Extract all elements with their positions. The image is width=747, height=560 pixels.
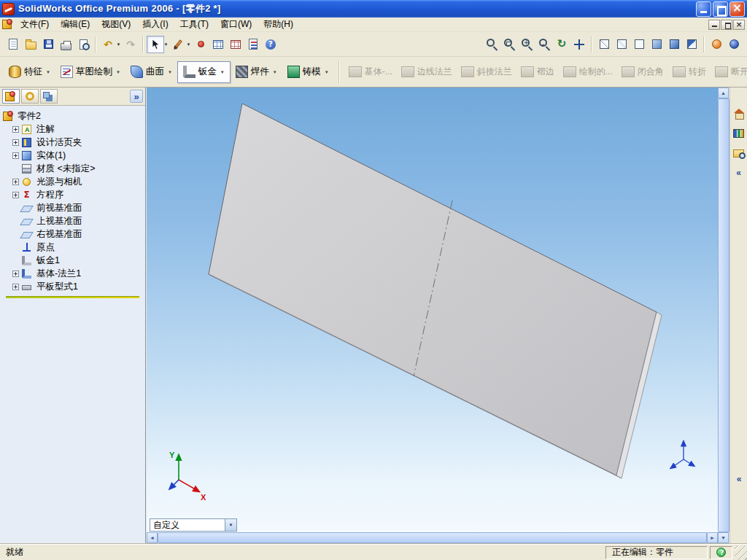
open-button[interactable] [22, 36, 39, 53]
hidden-lines-removed-button[interactable] [630, 36, 648, 53]
tree-item-right-plane[interactable]: 右视基准面 [3, 228, 145, 241]
tree-item-lights-cameras[interactable]: 光源与相机 [3, 175, 145, 188]
tree-item-origin[interactable]: 原点 [3, 241, 145, 254]
document-properties-button[interactable] [244, 36, 262, 53]
select-dropdown-caret[interactable]: ▼ [163, 42, 169, 47]
tree-item-base-flange1[interactable]: 基体-法兰1 [3, 267, 145, 280]
scroll-up-button[interactable]: ▲ [718, 88, 729, 98]
print-button[interactable] [57, 36, 74, 53]
view-orientation-combo[interactable]: 自定义 ▼ [150, 518, 237, 532]
tab-caret[interactable]: ▼ [46, 70, 50, 74]
shaded-button[interactable] [665, 36, 683, 53]
wireframe-button[interactable] [595, 36, 613, 53]
scroll-right-button[interactable]: ► [707, 532, 718, 543]
redo-button[interactable]: ↷ [122, 36, 139, 53]
quick-tips-cell[interactable] [710, 546, 732, 559]
combo-dropdown-button[interactable]: ▼ [225, 519, 236, 531]
sketch-button[interactable] [169, 36, 187, 53]
rollback-bar[interactable] [6, 296, 139, 298]
rotate-view-button[interactable]: ↻ [553, 36, 570, 53]
zoom-in-out-button[interactable] [518, 36, 535, 53]
realview-button[interactable] [708, 36, 725, 53]
configurationmanager-tab[interactable] [40, 89, 58, 104]
document-close-button[interactable] [733, 20, 745, 30]
menu-edit[interactable]: 编辑(E) [55, 17, 96, 32]
expand-plus-icon[interactable] [12, 139, 19, 146]
tab-caret[interactable]: ▼ [325, 70, 329, 74]
tab-caret[interactable]: ▼ [273, 70, 277, 74]
tree-item-equations[interactable]: Σ 方程序 [3, 188, 145, 201]
display-mode-button[interactable] [725, 36, 743, 53]
menu-tools[interactable]: 工具(T) [174, 17, 214, 32]
tab-features[interactable]: 特征 ▼ [4, 61, 55, 83]
tree-item-front-plane[interactable]: 前视基准面 [3, 201, 145, 214]
propertymanager-tab[interactable] [21, 89, 39, 104]
undo-button[interactable]: ↶ [99, 36, 117, 53]
section-view-button[interactable] [683, 36, 700, 53]
viewport-3d-scene[interactable]: Y X [147, 88, 718, 532]
bom-table-button[interactable] [227, 36, 244, 53]
undo-dropdown-caret[interactable]: ▼ [115, 42, 122, 47]
tab-caret[interactable]: ▼ [168, 70, 172, 74]
graphics-viewport[interactable]: Y X [147, 88, 718, 532]
vertical-scrollbar[interactable]: ▲ ▼ [718, 88, 729, 543]
shaded-with-edges-button[interactable] [648, 36, 665, 53]
appearance-button[interactable] [192, 36, 209, 53]
expand-plus-icon[interactable] [12, 271, 19, 277]
tree-item-top-plane[interactable]: 上视基准面 [3, 214, 145, 228]
scroll-left-button[interactable]: ◄ [147, 532, 158, 543]
resize-grip[interactable] [735, 545, 747, 560]
horizontal-scrollbar[interactable]: ◄ ► [147, 532, 718, 543]
zoom-area-button[interactable] [500, 36, 518, 53]
sketch-dropdown-caret[interactable]: ▼ [185, 42, 192, 47]
document-restore-button[interactable] [721, 20, 732, 30]
featuremanager-tree-tab[interactable] [2, 89, 20, 104]
previous-view-button[interactable] [535, 36, 553, 53]
menu-insert[interactable]: 插入(I) [136, 17, 174, 32]
tab-mold-tools[interactable]: 铸模 ▼ [282, 61, 334, 83]
scroll-down-button[interactable]: ▼ [718, 532, 729, 543]
pan-button[interactable] [570, 36, 588, 53]
tab-weldments[interactable]: 焊件 ▼ [231, 61, 282, 83]
zoom-fit-button[interactable] [483, 36, 500, 53]
file-explorer-button[interactable] [732, 146, 746, 160]
new-document-button[interactable] [4, 36, 22, 53]
menu-help[interactable]: 帮助(H) [258, 17, 299, 32]
tab-caret[interactable]: ▼ [220, 70, 225, 74]
expand-plus-icon[interactable] [12, 126, 19, 133]
restore-button[interactable] [713, 1, 728, 17]
taskpane-bottom-collapse-button[interactable]: « [732, 472, 746, 486]
horizontal-scroll-thumb[interactable] [158, 532, 707, 543]
document-minimize-button[interactable] [708, 20, 720, 30]
tree-item-part-root[interactable]: 零件2 [3, 109, 145, 122]
design-table-button[interactable] [209, 36, 227, 53]
tab-sketch[interactable]: 草图绘制 ▼ [55, 61, 125, 83]
menu-window[interactable]: 窗口(W) [214, 17, 258, 32]
taskpane-collapse-button[interactable]: « [732, 166, 746, 180]
tree-item-flat-pattern1[interactable]: 平板型式1 [3, 280, 145, 293]
tree-item-annotations[interactable]: 注解 [3, 122, 145, 136]
print-preview-button[interactable] [74, 36, 92, 53]
close-button[interactable] [729, 1, 745, 17]
vertical-scroll-thumb[interactable] [718, 98, 729, 532]
sheet-metal-part-face[interactable] [209, 104, 657, 475]
expand-plus-icon[interactable] [12, 152, 19, 159]
tree-item-solid-bodies[interactable]: 实体(1) [3, 149, 145, 162]
design-library-button[interactable] [732, 126, 746, 141]
menu-view[interactable]: 视图(V) [96, 17, 136, 32]
expand-plus-icon[interactable] [12, 192, 19, 198]
save-button[interactable] [39, 36, 57, 53]
tab-sheet-metal[interactable]: 钣金 ▼ [177, 61, 231, 83]
expand-plus-icon[interactable] [12, 284, 19, 290]
tree-item-sheet-metal1[interactable]: 钣金1 [3, 254, 145, 267]
minimize-button[interactable] [696, 1, 711, 17]
tree-item-material[interactable]: 材质 <未指定> [3, 162, 145, 175]
select-tool-button[interactable] [147, 36, 164, 53]
solidworks-resources-button[interactable] [732, 106, 746, 121]
help-button[interactable] [262, 36, 279, 53]
expand-plus-icon[interactable] [12, 179, 19, 185]
menu-file[interactable]: 文件(F) [15, 17, 55, 32]
tab-caret[interactable]: ▼ [116, 70, 120, 74]
tree-item-design-binder[interactable]: 设计活页夹 [3, 136, 145, 149]
tab-surfaces[interactable]: 曲面 ▼ [125, 61, 177, 83]
